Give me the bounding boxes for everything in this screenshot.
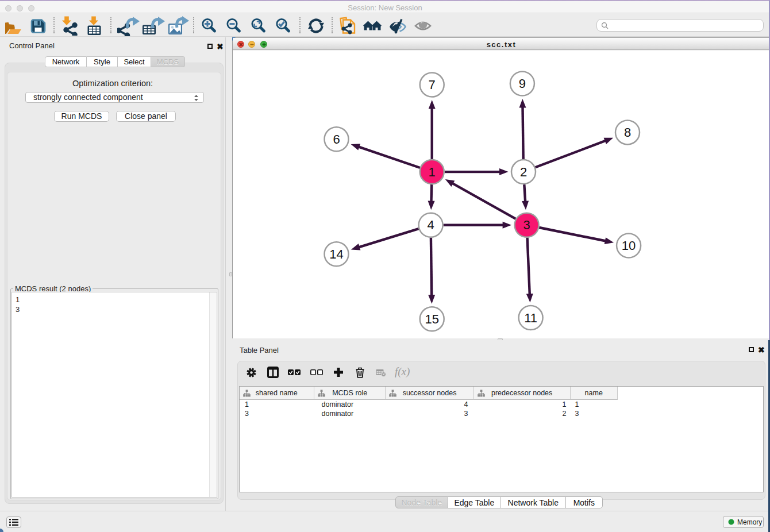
svg-text:4: 4: [427, 218, 434, 232]
svg-text:1: 1: [429, 165, 436, 179]
svg-text:14: 14: [329, 247, 343, 261]
svg-text:3: 3: [523, 218, 530, 232]
svg-text:6: 6: [333, 132, 340, 147]
svg-text:15: 15: [425, 312, 438, 326]
svg-text:7: 7: [429, 78, 436, 92]
svg-text:2: 2: [520, 165, 527, 179]
svg-text:10: 10: [622, 238, 636, 253]
svg-text:8: 8: [624, 125, 631, 140]
svg-text:9: 9: [519, 76, 526, 91]
svg-text:11: 11: [524, 311, 537, 325]
